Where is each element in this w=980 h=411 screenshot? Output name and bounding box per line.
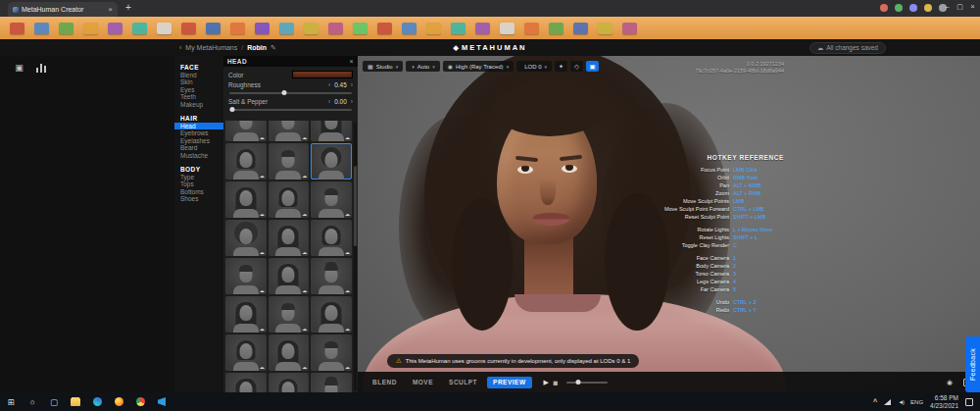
stats-icon[interactable] (34, 62, 47, 74)
search-icon[interactable]: ○ (22, 392, 43, 411)
slider-track[interactable] (229, 109, 352, 111)
bookmark-item[interactable] (83, 23, 98, 34)
bookmark-item[interactable] (230, 23, 245, 34)
hair-thumbnail[interactable]: ☁ (311, 296, 352, 333)
minimize-icon[interactable]: – (943, 3, 952, 11)
hair-thumbnail[interactable]: ☁ (269, 334, 310, 371)
back-icon[interactable]: ‹ (179, 44, 181, 51)
stepper-right-icon[interactable]: › (351, 81, 353, 88)
bookmark-item[interactable] (59, 23, 74, 34)
screenshot-icon[interactable]: ◇ (570, 61, 583, 72)
maximize-icon[interactable]: ▢ (956, 3, 964, 11)
portrait-icon[interactable]: ▣ (13, 62, 25, 74)
file-explorer-icon[interactable] (65, 392, 86, 411)
bookmark-item[interactable] (598, 23, 612, 34)
bookmark-item[interactable] (34, 23, 49, 34)
sidebar-item[interactable]: Beard (174, 144, 223, 152)
hair-thumbnail[interactable]: ☁ (225, 334, 267, 371)
animation-slider[interactable] (566, 382, 608, 384)
close-icon[interactable]: × (968, 3, 977, 11)
hair-thumbnail[interactable]: ☁ (269, 181, 310, 218)
tray-chevron-icon[interactable]: ^ (873, 398, 877, 405)
close-icon[interactable]: × (108, 6, 113, 14)
browser-tab[interactable]: MetaHuman Creator × (8, 2, 118, 17)
bookmark-item[interactable] (157, 23, 172, 34)
bookmark-item[interactable] (328, 23, 343, 34)
bookmark-item[interactable] (255, 23, 270, 34)
play-icon[interactable]: ▶ (544, 379, 549, 386)
sidebar-item[interactable]: Mustache (174, 152, 223, 160)
plus-icon[interactable]: + (125, 2, 131, 13)
hair-thumbnail[interactable]: ☁ (225, 181, 267, 218)
viewport-dropdown[interactable]: LOD 0 ▾ (516, 61, 552, 72)
thumbnail-scrollbar[interactable] (354, 123, 357, 390)
compare-icon[interactable]: ▣ (586, 61, 599, 72)
task-view-icon[interactable]: ▢ (43, 392, 65, 411)
hair-thumbnail[interactable]: ☁ (311, 220, 352, 256)
sidebar-item[interactable]: Eyebrows (174, 129, 223, 137)
language-indicator[interactable]: ENG (910, 399, 923, 405)
hair-thumbnail[interactable]: ☁ (311, 334, 352, 371)
viewport-dropdown[interactable]: ◉ High (Ray Traced) ▾ (443, 61, 514, 72)
hair-thumbnail[interactable]: ☁ (269, 143, 310, 180)
hair-thumbnail[interactable]: ☁ (225, 121, 267, 141)
clay-render-icon[interactable]: ✦ (555, 61, 567, 72)
sidebar-item[interactable]: Bottoms (174, 188, 223, 196)
chrome-icon[interactable] (129, 392, 151, 411)
volume-icon[interactable]: ◄) (898, 399, 904, 405)
notification-icon[interactable] (965, 398, 973, 406)
mode-tab[interactable]: MOVE (407, 377, 439, 388)
sidebar-item[interactable]: Eyelashes (174, 137, 223, 145)
bookmark-item[interactable] (451, 23, 466, 34)
hair-thumbnail[interactable]: ☁ (269, 373, 310, 392)
hair-thumbnail[interactable]: ☁ (311, 373, 352, 392)
breadcrumb-root[interactable]: My MetaHumans (185, 44, 237, 51)
scrollbar-thumb[interactable] (354, 166, 357, 246)
sidebar-item[interactable]: Makeup (174, 101, 223, 109)
hair-thumbnail[interactable]: ☁ (269, 220, 310, 256)
hair-thumbnail[interactable]: ☁ (311, 181, 352, 218)
hair-thumbnail[interactable]: ☁ (225, 143, 267, 180)
pause-icon[interactable]: ▮▮ (553, 380, 557, 385)
browser-extension-icon[interactable] (909, 4, 917, 12)
hair-color-swatch[interactable] (292, 71, 353, 78)
browser-extension-icon[interactable] (880, 4, 888, 12)
start-icon[interactable]: ⊞ (0, 392, 22, 411)
bookmark-item[interactable] (304, 23, 318, 34)
viewport-dropdown[interactable]: ▦ Studio ▾ (363, 61, 403, 72)
hair-thumbnail[interactable]: ☁ (225, 373, 267, 392)
bookmark-item[interactable] (206, 23, 220, 34)
edit-icon[interactable]: ✎ (270, 44, 276, 52)
hair-thumbnail[interactable]: ☁ (269, 121, 310, 141)
sidebar-item[interactable]: Teeth (174, 93, 223, 101)
sidebar-item[interactable]: Head (174, 123, 223, 130)
taskbar-clock[interactable]: 6:58 PM 4/23/2021 (930, 394, 958, 409)
camera-icon[interactable]: ◉ (947, 379, 953, 386)
bookmark-item[interactable] (108, 23, 122, 34)
network-icon[interactable] (884, 399, 891, 405)
sidebar-item[interactable]: Type (174, 174, 223, 181)
hair-thumbnail[interactable]: ☁ (269, 258, 310, 294)
bookmark-item[interactable] (181, 23, 196, 34)
bookmark-item[interactable] (10, 23, 24, 34)
sidebar-item[interactable]: Eyes (174, 86, 223, 94)
mode-tab[interactable]: PREVIEW (487, 377, 531, 388)
edge-icon[interactable] (86, 392, 108, 411)
stepper-left-icon[interactable]: ‹ (328, 81, 330, 88)
sidebar-item[interactable]: Tops (174, 180, 223, 188)
viewport-dropdown[interactable]: ◑ Auto ▾ (406, 61, 439, 72)
sidebar-item[interactable]: Shoes (174, 195, 223, 203)
browser-extension-icon[interactable] (895, 4, 903, 12)
hair-thumbnail[interactable]: ☁ (225, 258, 267, 294)
sidebar-item[interactable]: Skin (174, 78, 223, 86)
viewport[interactable]: ▦ Studio ▾ ◑ Auto ▾ ◉ High (Ray Traced) … (358, 56, 980, 392)
bookmark-item[interactable] (353, 23, 368, 34)
bookmark-item[interactable] (524, 23, 539, 34)
feedback-button[interactable]: Feedback (965, 336, 980, 392)
sidebar-item[interactable]: BODY (174, 166, 223, 174)
vscode-icon[interactable] (151, 392, 172, 411)
sidebar-item[interactable]: Blend (174, 72, 223, 79)
animation-slider-handle[interactable] (575, 380, 580, 385)
stepper-left-icon[interactable]: ‹ (328, 98, 330, 105)
bookmark-item[interactable] (426, 23, 441, 34)
